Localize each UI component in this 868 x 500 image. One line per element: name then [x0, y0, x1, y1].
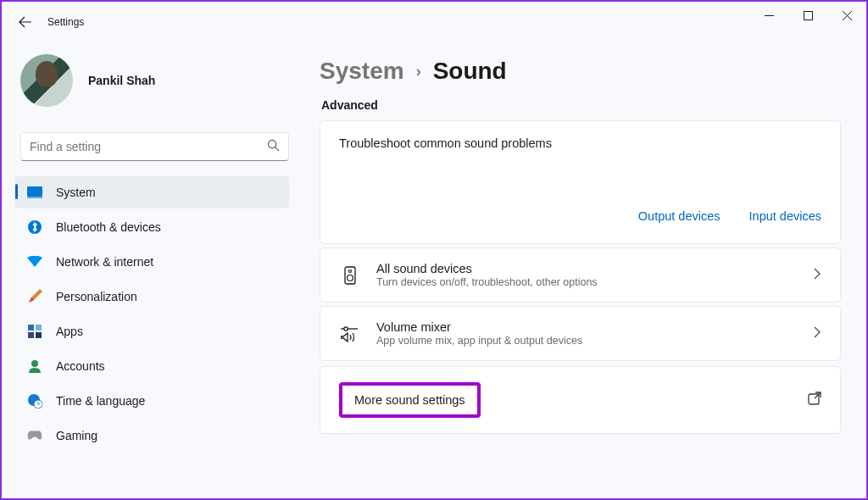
- gamepad-icon: [27, 428, 42, 443]
- close-icon: [843, 11, 852, 20]
- nav-item-gaming[interactable]: Gaming: [15, 419, 289, 452]
- row-title: Volume mixer: [376, 320, 814, 334]
- more-sound-settings-row[interactable]: More sound settings: [320, 366, 841, 434]
- row-title: All sound devices: [376, 262, 814, 275]
- profile-name: Pankil Shah: [88, 74, 155, 87]
- breadcrumb: System › Sound: [320, 58, 841, 85]
- nav-label: Bluetooth & devices: [56, 220, 161, 234]
- troubleshoot-card: Troubleshoot common sound problems Outpu…: [320, 120, 841, 244]
- arrow-left-icon: [19, 15, 32, 29]
- mixer-icon: [339, 325, 361, 342]
- highlight-box: More sound settings: [339, 382, 481, 418]
- main-content: System › Sound Advanced Troubleshoot com…: [294, 42, 858, 454]
- speaker-device-icon: [339, 266, 361, 285]
- maximize-icon: [804, 11, 813, 20]
- nav-item-system[interactable]: System: [15, 176, 289, 208]
- svg-point-2: [268, 140, 275, 147]
- svg-point-15: [349, 269, 352, 272]
- search-icon: [267, 139, 280, 155]
- nav-item-bluetooth[interactable]: Bluetooth & devices: [15, 211, 289, 243]
- all-sound-devices-row[interactable]: All sound devices Turn devices on/off, t…: [320, 247, 841, 303]
- svg-point-11: [31, 360, 38, 367]
- nav-label: Gaming: [56, 429, 97, 442]
- minimize-icon: [765, 11, 774, 20]
- nav-item-network[interactable]: Network & internet: [15, 246, 289, 278]
- input-devices-link[interactable]: Input devices: [749, 209, 821, 223]
- sidebar: Pankil Shah System Bluetooth & devices N…: [10, 42, 294, 454]
- row-subtitle: Turn devices on/off, troubleshoot, other…: [376, 276, 814, 288]
- nav-label: Time & language: [56, 394, 145, 408]
- globe-clock-icon: [27, 393, 42, 408]
- more-settings-label: More sound settings: [354, 393, 465, 407]
- back-button[interactable]: [12, 8, 39, 36]
- nav-label: Network & internet: [56, 255, 153, 269]
- page-title: Sound: [433, 58, 507, 85]
- chevron-right-icon: [814, 326, 821, 342]
- svg-point-16: [348, 275, 353, 281]
- minimize-button[interactable]: [749, 2, 788, 29]
- profile-section[interactable]: Pankil Shah: [15, 49, 294, 124]
- bluetooth-icon: [27, 219, 42, 235]
- troubleshoot-title: Troubleshoot common sound problems: [339, 136, 821, 150]
- close-button[interactable]: [827, 2, 866, 29]
- person-icon: [27, 358, 42, 374]
- system-icon: [27, 185, 42, 200]
- svg-rect-4: [27, 186, 42, 197]
- svg-line-3: [275, 147, 279, 150]
- volume-mixer-row[interactable]: Volume mixer App volume mix, app input &…: [320, 306, 841, 361]
- apps-icon: [27, 324, 42, 339]
- external-link-icon: [808, 392, 821, 408]
- breadcrumb-parent[interactable]: System: [320, 58, 404, 85]
- chevron-right-icon: ›: [416, 63, 421, 81]
- window-title: Settings: [47, 16, 84, 28]
- row-subtitle: App volume mix, app input & output devic…: [376, 335, 814, 347]
- chevron-right-icon: [814, 268, 821, 283]
- maximize-button[interactable]: [788, 2, 827, 29]
- titlebar: Settings: [2, 2, 866, 42]
- search-input[interactable]: [30, 140, 267, 153]
- nav-item-personalization[interactable]: Personalization: [15, 281, 289, 313]
- svg-rect-10: [36, 332, 42, 338]
- svg-rect-9: [28, 332, 34, 338]
- nav-item-apps[interactable]: Apps: [15, 315, 289, 347]
- svg-point-18: [344, 326, 348, 330]
- avatar: [20, 54, 73, 107]
- nav-label: System: [56, 186, 96, 199]
- paintbrush-icon: [27, 289, 42, 304]
- wifi-icon: [27, 254, 42, 269]
- svg-rect-7: [28, 325, 34, 331]
- nav-item-accounts[interactable]: Accounts: [15, 350, 289, 382]
- svg-rect-1: [804, 11, 812, 19]
- output-devices-link[interactable]: Output devices: [638, 209, 721, 223]
- search-box[interactable]: [20, 132, 289, 161]
- svg-rect-5: [27, 197, 42, 198]
- nav-label: Apps: [56, 325, 83, 338]
- nav-item-time-language[interactable]: Time & language: [15, 385, 289, 417]
- nav: System Bluetooth & devices Network & int…: [15, 176, 294, 452]
- svg-rect-8: [36, 325, 42, 331]
- nav-label: Accounts: [56, 359, 105, 373]
- nav-label: Personalization: [56, 290, 137, 303]
- window-controls: [749, 2, 866, 29]
- section-advanced-label: Advanced: [321, 98, 841, 112]
